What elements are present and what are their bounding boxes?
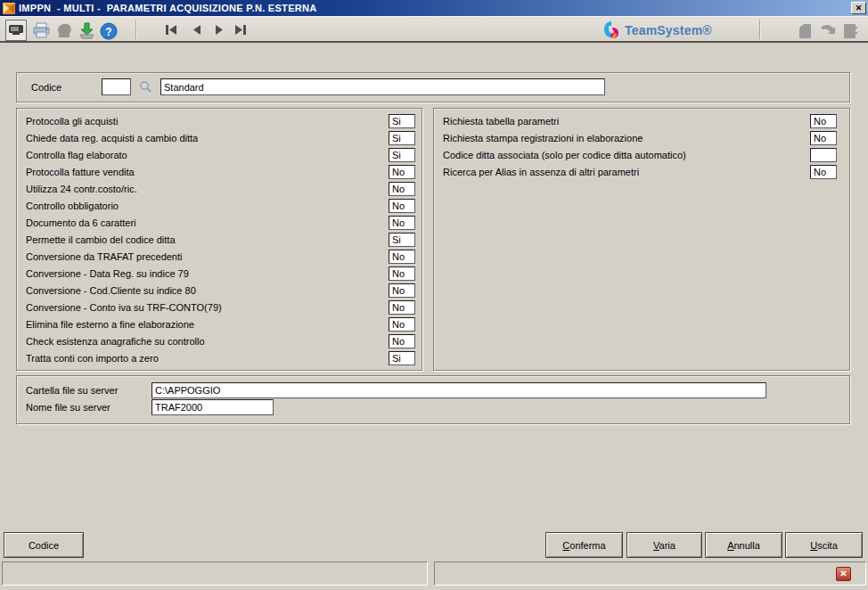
param-value-field[interactable]: No — [389, 182, 415, 196]
doc-left-button[interactable] — [795, 21, 815, 41]
param-row: Controllo obbligatorioNo — [17, 198, 422, 215]
document-icon — [798, 23, 813, 39]
teamsystem-logo-icon — [602, 20, 620, 39]
annulla-button[interactable]: Annulla — [705, 532, 782, 558]
doc-right-button[interactable] — [839, 21, 859, 41]
search-icon[interactable] — [139, 80, 152, 94]
close-button[interactable]: ✕ — [851, 2, 866, 14]
nav-last-button[interactable] — [232, 22, 250, 38]
param-value-field[interactable]: No — [389, 199, 415, 213]
param-value-field[interactable]: No — [810, 131, 837, 145]
param-label: Elimina file esterno a fine elaborazione — [26, 316, 194, 333]
param-row: Conversione - Conto iva su TRF-CONTO(79)… — [17, 299, 422, 316]
right-params-box: Richiesta tabella parametriNoRichiesta s… — [433, 108, 850, 371]
codice-button[interactable]: Codice — [4, 532, 84, 558]
param-row: Conversione da TRAFAT precedentiNo — [17, 249, 422, 266]
svg-text:?: ? — [105, 26, 111, 38]
param-label: Conversione - Data Reg. su indice 79 — [26, 266, 189, 283]
server-file-label: Nome file su server — [26, 402, 111, 413]
param-label: Check esistenza anagrafiche su controllo — [26, 333, 205, 350]
codice-section: Codice — [16, 72, 850, 102]
status-error-icon[interactable]: ✕ — [836, 567, 851, 581]
param-label: Utilizza 24 contr.costo/ric. — [26, 181, 137, 198]
conferma-button[interactable]: Conferma — [545, 532, 623, 558]
param-value-field[interactable]: Si — [389, 114, 415, 128]
param-row: Protocolla gli acquistiSi — [17, 113, 422, 130]
param-label: Protocolla fatture vendita — [26, 164, 135, 181]
param-value-field[interactable]: Si — [389, 233, 415, 247]
param-row: Documento da 6 caratteriNo — [17, 215, 422, 232]
param-value-field[interactable]: No — [389, 300, 415, 315]
codice-input[interactable] — [102, 78, 131, 95]
param-row: Ricerca per Alias in assenza di altri pa… — [434, 164, 849, 181]
param-value-field[interactable]: No — [389, 334, 415, 348]
param-row: Protocolla fatture venditaNo — [17, 164, 422, 181]
server-file-input[interactable] — [151, 399, 274, 415]
param-label: Chiede data reg. acquisti a cambio ditta — [26, 130, 198, 147]
status-bar-left — [2, 561, 428, 586]
param-value-field[interactable]: No — [389, 317, 415, 332]
param-value-field[interactable]: No — [810, 114, 837, 128]
uscita-button[interactable]: Uscita — [785, 532, 863, 558]
codice-description-input[interactable] — [160, 78, 605, 95]
param-value-field[interactable]: No — [389, 266, 415, 281]
param-value-field[interactable]: Si — [389, 148, 415, 162]
param-label: Richiesta stampa registrazioni in elabor… — [443, 130, 643, 147]
param-label: Codice ditta associata (solo per codice … — [443, 147, 686, 164]
curved-arrow-icon — [820, 23, 836, 39]
varia-button[interactable]: Varia — [626, 532, 702, 558]
app-icon — [3, 3, 15, 14]
param-value-field[interactable]: Si — [389, 131, 415, 145]
nav-first-button[interactable] — [162, 22, 180, 38]
param-value-field[interactable]: No — [389, 283, 415, 298]
nav-prev-button[interactable] — [187, 22, 205, 38]
param-row: Richiesta stampa registrazioni in elabor… — [434, 130, 849, 147]
param-label: Conversione da TRAFAT precedenti — [26, 249, 182, 266]
param-value-field[interactable]: No — [389, 165, 415, 179]
status-bar-right: ✕ — [434, 561, 866, 586]
last-record-icon — [234, 24, 247, 36]
param-label: Controllo obbligatorio — [26, 198, 119, 215]
toolbar-separator — [135, 20, 137, 39]
param-label: Conversione - Cod.Cliente su indice 80 — [26, 283, 196, 299]
codice-label: Codice — [31, 82, 61, 93]
prev-record-icon — [192, 24, 201, 36]
import-button[interactable] — [76, 20, 97, 42]
param-label: Tratta conti con importo a zero — [26, 350, 159, 367]
param-label: Permette il cambio del codice ditta — [26, 232, 176, 249]
print-button[interactable] — [30, 20, 52, 42]
param-row: Permette il cambio del codice dittaSi — [17, 232, 422, 249]
param-value-field[interactable]: No — [389, 216, 415, 230]
param-value-field[interactable]: Si — [389, 351, 415, 365]
brand-logo: TeamSystem® — [602, 20, 712, 39]
printer-icon — [33, 22, 50, 38]
help-button[interactable]: ? — [98, 20, 119, 42]
help-icon: ? — [100, 22, 118, 40]
param-row: Check esistenza anagrafiche su controllo… — [17, 333, 422, 350]
nav-next-button[interactable] — [210, 22, 228, 38]
import-arrow-icon — [78, 22, 95, 39]
param-row: Codice ditta associata (solo per codice … — [434, 147, 849, 164]
param-value-field[interactable] — [810, 148, 837, 162]
param-value-field[interactable]: No — [389, 250, 415, 264]
param-label: Documento da 6 caratteri — [26, 215, 136, 232]
stamp-button[interactable] — [53, 20, 75, 42]
param-row: Conversione - Cod.Cliente su indice 80No — [17, 283, 422, 299]
param-value-field[interactable]: No — [810, 165, 837, 179]
param-row: Tratta conti con importo a zeroSi — [17, 350, 422, 367]
hand-icon — [55, 22, 73, 39]
param-label: Ricerca per Alias in assenza di altri pa… — [443, 164, 639, 181]
server-section: Cartella file su server Nome file su ser… — [16, 375, 850, 424]
toolbar: ? TeamSystem® — [0, 16, 868, 43]
param-row: Richiesta tabella parametriNo — [434, 113, 849, 130]
param-row: Elimina file esterno a fine elaborazione… — [17, 316, 422, 333]
screen-icon — [8, 22, 24, 37]
preview-button[interactable] — [5, 20, 27, 41]
brand-name: TeamSystem® — [625, 23, 712, 37]
next-record-icon — [215, 24, 225, 36]
param-label: Conversione - Conto iva su TRF-CONTO(79) — [26, 299, 222, 316]
param-row: Utilizza 24 contr.costo/ric.No — [17, 181, 422, 198]
redo-button[interactable] — [818, 21, 838, 41]
param-label: Controlla flag elaborato — [26, 147, 127, 164]
server-folder-input[interactable] — [151, 382, 766, 398]
